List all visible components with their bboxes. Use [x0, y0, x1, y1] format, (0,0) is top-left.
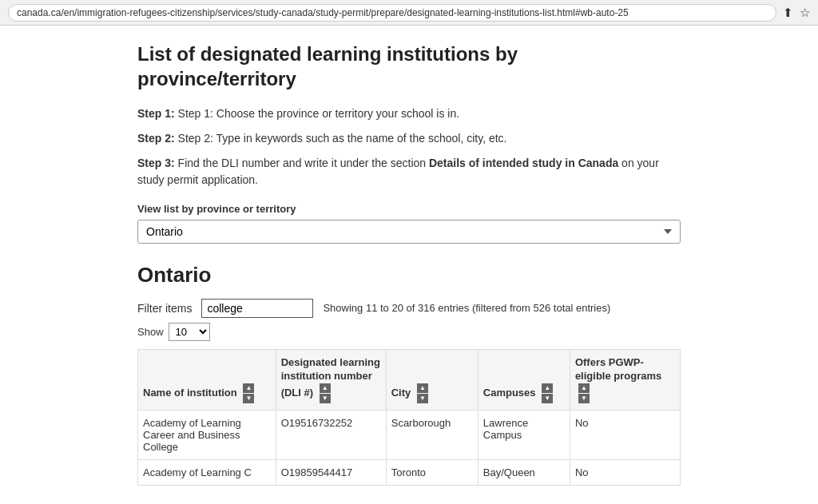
cell-city: Scarborough: [386, 411, 478, 460]
sort-name-asc[interactable]: ▲: [243, 383, 254, 393]
sort-pgwp-asc[interactable]: ▲: [578, 383, 590, 393]
col-header-name: Name of institution ▲ ▼: [138, 350, 276, 411]
sort-dli-desc[interactable]: ▼: [320, 394, 331, 403]
page-title: List of designated learning institutions…: [137, 42, 681, 91]
table-row: Academy of Learning C O19859544417 Toron…: [138, 460, 681, 486]
filter-input[interactable]: [201, 299, 313, 318]
sort-city[interactable]: ▲ ▼: [417, 383, 428, 403]
show-row: Show 10 25 50 100: [137, 323, 681, 341]
sort-dli-asc[interactable]: ▲: [320, 383, 331, 393]
filter-row: Filter items Showing 11 to 20 of 316 ent…: [137, 299, 681, 318]
sort-pgwp[interactable]: ▲ ▼: [578, 383, 590, 403]
url-bar[interactable]: canada.ca/en/immigration-refugees-citize…: [8, 4, 776, 22]
cell-campuses: Lawrence Campus: [478, 411, 570, 460]
dli-table: Name of institution ▲ ▼ Designated learn…: [137, 349, 681, 486]
filter-items-label: Filter items: [137, 299, 192, 315]
sort-campuses-desc[interactable]: ▼: [542, 394, 553, 403]
col-header-city: City ▲ ▼: [386, 350, 478, 411]
show-select[interactable]: 10 25 50 100: [169, 323, 210, 341]
show-label: Show: [137, 326, 164, 338]
sort-name[interactable]: ▲ ▼: [243, 383, 254, 403]
page-content: List of designated learning institutions…: [121, 26, 697, 504]
sort-dli[interactable]: ▲ ▼: [320, 383, 331, 403]
col-header-campuses: Campuses ▲ ▼: [478, 350, 570, 411]
step1-text: Step 1: Step 1: Choose the province or t…: [137, 105, 681, 122]
province-heading: Ontario: [137, 263, 681, 288]
province-filter-label: View list by province or territory: [137, 203, 681, 215]
col-header-dli: Designated learning institution number (…: [276, 350, 386, 411]
cell-name: Academy of Learning Career and Business …: [138, 411, 276, 460]
sort-name-desc[interactable]: ▼: [243, 394, 254, 403]
step3-text: Step 3: Find the DLI number and write it…: [137, 155, 681, 189]
browser-icons: ⬆ ☆: [783, 6, 810, 20]
url-text: canada.ca/en/immigration-refugees-citize…: [17, 7, 629, 18]
cell-name: Academy of Learning C: [138, 460, 276, 486]
sort-city-desc[interactable]: ▼: [417, 394, 428, 403]
table-row: Academy of Learning Career and Business …: [138, 411, 681, 460]
share-icon[interactable]: ⬆: [783, 6, 793, 20]
province-select-wrap: Ontario: [137, 220, 681, 244]
cell-campuses: Bay/Queen: [478, 460, 570, 486]
cell-dli: O19859544417: [276, 460, 386, 486]
cell-dli: O19516732252: [276, 411, 386, 460]
showing-text: Showing 11 to 20 of 316 entries (filtere…: [323, 299, 610, 314]
province-select[interactable]: Ontario: [137, 220, 681, 244]
col-header-pgwp: Offers PGWP-eligible programs ▲ ▼: [570, 350, 680, 411]
cell-pgwp: No: [570, 460, 680, 486]
browser-bar: canada.ca/en/immigration-refugees-citize…: [0, 0, 818, 26]
sort-campuses-asc[interactable]: ▲: [542, 383, 553, 393]
step2-text: Step 2: Step 2: Type in keywords such as…: [137, 130, 681, 147]
cell-city: Toronto: [386, 460, 478, 486]
sort-city-asc[interactable]: ▲: [417, 383, 428, 393]
cell-pgwp: No: [570, 411, 680, 460]
sort-campuses[interactable]: ▲ ▼: [542, 383, 553, 403]
sort-pgwp-desc[interactable]: ▼: [578, 394, 590, 403]
bookmark-icon[interactable]: ☆: [800, 6, 810, 20]
